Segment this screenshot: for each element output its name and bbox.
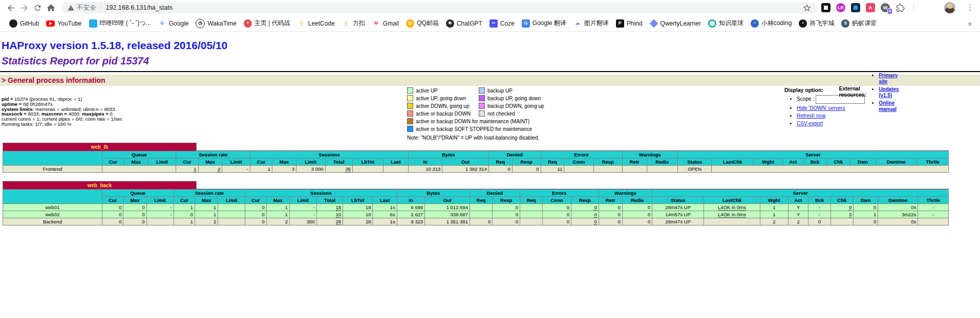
legend-label: active UP, going down (416, 96, 476, 101)
proxy-name: web_back (3, 181, 197, 189)
extension-translate-icon[interactable]: A (866, 3, 875, 12)
display-option-link-0[interactable]: Hide 'DOWN' servers (797, 105, 845, 111)
bookmark-label: 蚂蚁课堂 (852, 19, 877, 28)
extension-w-badge-icon[interactable]: W6 (881, 3, 890, 12)
legend-label: backup UP (487, 88, 544, 94)
bookmark-item-15[interactable]: QwertyLearner (650, 19, 701, 28)
table-row-Backend: Backend00120230028281s9 3231 351 3810000… (3, 218, 949, 225)
zsxq-icon (708, 19, 716, 28)
bookmark-item-13[interactable]: ☁图片翻译 (573, 19, 609, 28)
bookmarks-overflow-chevron[interactable]: » (968, 19, 972, 28)
proxy-title-filler (197, 181, 949, 189)
bookmark-item-6[interactable]: {LeetCode (297, 19, 335, 28)
bookmark-label: 哔哩哔哩 ( ˚- ˚)つ... (100, 19, 151, 28)
address-bar[interactable]: 不安全 192.168.6.131/ha_stats (61, 2, 817, 13)
legend-note: Note: "NOLB"/"DRAIN" = UP with load-bala… (407, 135, 539, 141)
bookmark-label: 知识星球 (719, 19, 743, 28)
table-row-web01: web0100-1101-18181s6 6961 012 6940000028… (3, 204, 949, 211)
legend-label: active DOWN, going up (416, 103, 476, 109)
legend-label: active or backup SOFT STOPPED for mainte… (416, 126, 544, 132)
proxy-section-web_back: web_backQueueSession rateSessionsBytesDe… (3, 181, 949, 225)
bookmark-item-17[interactable]: •小林coding (751, 19, 792, 28)
external-resource-link-0[interactable]: Primary site (879, 73, 898, 84)
bookmark-label: Google (169, 20, 189, 27)
bookmark-item-9[interactable]: @QQ邮箱 (406, 19, 439, 28)
bookmark-label: GitHub (20, 20, 39, 27)
menu-kebab-icon[interactable]: ⋮ (966, 3, 974, 12)
bookmark-label: 路飞学城 (809, 19, 834, 28)
bookmark-label: YouTube (57, 20, 81, 27)
bookmark-label: 图片翻译 (584, 19, 609, 28)
luffy-icon: • (799, 19, 807, 28)
codewar-icon: • (244, 19, 252, 28)
external-resource-link-2[interactable]: Online manual (879, 100, 897, 112)
bookmark-item-1[interactable]: ▶YouTube (46, 20, 81, 27)
extension-blue-square-icon[interactable] (851, 3, 860, 12)
stats-table-web_lb: QueueSession rateSessionsBytesDeniedErro… (3, 151, 949, 173)
bookmark-item-12[interactable]: GGoogle 翻译 (522, 19, 566, 28)
table-row-Frontend: Frontend12-133 0003510 2131 382 3140011O… (3, 166, 949, 173)
google-translate-icon: G (522, 19, 530, 28)
scope-label: Scope : (797, 96, 814, 102)
legend-label: backup DOWN, going up (487, 103, 544, 109)
extension-black-square-icon[interactable] (821, 3, 830, 12)
bookmark-item-18[interactable]: •路飞学城 (799, 19, 834, 28)
display-options-title: Display option: (784, 87, 823, 93)
omnibox-divider (101, 5, 101, 11)
reload-button[interactable] (31, 1, 44, 14)
bookmark-star-icon[interactable] (803, 4, 811, 12)
bookmark-item-2[interactable]: 哔哩哔哩 ( ˚- ˚)つ... (89, 19, 151, 28)
bookmark-label: LeetCode (308, 20, 335, 27)
bookmark-item-11[interactable]: ••Coze (489, 19, 515, 28)
url-text: 192.168.6.131/ha_stats (106, 4, 173, 11)
image-translate-icon: ☁ (573, 19, 582, 28)
external-resource-link-1[interactable]: Updates (v1.5) (879, 86, 899, 98)
security-chip-label: 不安全 (77, 4, 96, 12)
bookmark-item-3[interactable]: GGoogle (158, 19, 189, 28)
bookmark-item-5[interactable]: •主页 | 代码战 (244, 19, 290, 28)
process-info: pid = 15374 (process #1, nbproc = 1)upti… (2, 97, 122, 127)
proxy-title-filler (197, 143, 949, 151)
bookmark-item-0[interactable]: GitHub (9, 19, 39, 28)
legend-label: active UP (416, 88, 476, 94)
browser-toolbar: 不安全 192.168.6.131/ha_stats LRAW6 ⋮ (0, 0, 980, 15)
external-resource-item-0: Primary site (879, 73, 899, 85)
back-button[interactable] (4, 1, 17, 14)
bookmark-item-7[interactable]: {力扣 (342, 19, 365, 28)
bookmark-item-10[interactable]: ✳ChatGPT (446, 19, 482, 28)
home-button[interactable] (44, 1, 57, 14)
forward-button[interactable] (17, 1, 31, 14)
extension-purple-circle-icon[interactable]: LR (836, 3, 845, 12)
gmail-icon: M (372, 19, 380, 28)
display-option-item-0: Hide 'DOWN' servers (797, 105, 865, 111)
bookmark-label: 小林coding (761, 19, 792, 28)
qqmail-icon: @ (406, 19, 414, 28)
bookmark-label: Google 翻译 (532, 19, 566, 28)
haproxy-stats-page: HAProxy version 1.5.18, released 2016/05… (0, 39, 980, 225)
phind-icon: P (616, 19, 624, 28)
bookmark-item-14[interactable]: PPhind (616, 19, 643, 28)
bookmark-item-19[interactable]: S蚂蚁课堂 (841, 19, 877, 28)
likou-icon: { (342, 19, 350, 28)
external-resource-item-1: Updates (v1.5) (879, 86, 899, 99)
extensions-cluster: LRAW6 ⋮ (821, 2, 976, 13)
bilibili-icon (89, 19, 97, 28)
bookmark-label: Gmail (383, 20, 399, 27)
proxy-section-web_lb: web_lbQueueSession rateSessionsBytesDeni… (3, 143, 949, 173)
extensions-puzzle-icon[interactable] (896, 3, 905, 12)
profile-avatar[interactable] (944, 2, 955, 13)
external-resources-title: External resources: (839, 85, 866, 98)
display-option-link-2[interactable]: CSV export (797, 121, 823, 126)
haproxy-version-link[interactable]: HAProxy version 1.5.18, released 2016/05… (2, 39, 227, 51)
bookmark-label: 主页 | 代码战 (254, 19, 290, 28)
bookmark-item-16[interactable]: 知识星球 (708, 19, 743, 28)
google-icon: G (158, 19, 166, 28)
github-icon (9, 19, 17, 28)
legend-label: active or backup DOWN (416, 111, 476, 117)
bookmark-item-8[interactable]: MGmail (372, 19, 399, 28)
bookmark-label: Phind (627, 20, 643, 27)
display-option-link-1[interactable]: Refresh now (797, 113, 825, 119)
security-chip[interactable]: 不安全 (68, 4, 96, 12)
bookmark-item-4[interactable]: ◷WakaTime (196, 19, 236, 28)
coze-icon: •• (489, 19, 498, 28)
